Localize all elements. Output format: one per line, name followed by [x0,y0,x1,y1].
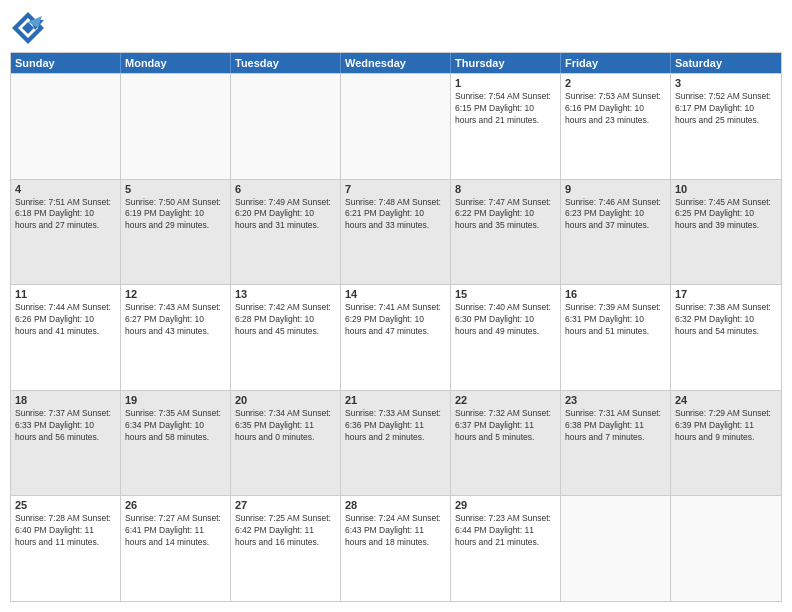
empty-cell-4-6 [671,496,781,601]
day-cell-25: 25Sunrise: 7:28 AM Sunset: 6:40 PM Dayli… [11,496,121,601]
day-cell-20: 20Sunrise: 7:34 AM Sunset: 6:35 PM Dayli… [231,391,341,496]
cell-info: Sunrise: 7:31 AM Sunset: 6:38 PM Dayligh… [565,408,666,444]
cell-info: Sunrise: 7:52 AM Sunset: 6:17 PM Dayligh… [675,91,777,127]
day-number: 12 [125,288,226,300]
cell-info: Sunrise: 7:41 AM Sunset: 6:29 PM Dayligh… [345,302,446,338]
day-cell-17: 17Sunrise: 7:38 AM Sunset: 6:32 PM Dayli… [671,285,781,390]
day-number: 22 [455,394,556,406]
day-cell-18: 18Sunrise: 7:37 AM Sunset: 6:33 PM Dayli… [11,391,121,496]
day-number: 15 [455,288,556,300]
day-cell-22: 22Sunrise: 7:32 AM Sunset: 6:37 PM Dayli… [451,391,561,496]
cell-info: Sunrise: 7:43 AM Sunset: 6:27 PM Dayligh… [125,302,226,338]
cell-info: Sunrise: 7:51 AM Sunset: 6:18 PM Dayligh… [15,197,116,233]
cell-info: Sunrise: 7:42 AM Sunset: 6:28 PM Dayligh… [235,302,336,338]
cell-info: Sunrise: 7:53 AM Sunset: 6:16 PM Dayligh… [565,91,666,127]
day-cell-3: 3Sunrise: 7:52 AM Sunset: 6:17 PM Daylig… [671,74,781,179]
day-cell-1: 1Sunrise: 7:54 AM Sunset: 6:15 PM Daylig… [451,74,561,179]
day-number: 20 [235,394,336,406]
logo-icon [10,10,46,46]
day-number: 4 [15,183,116,195]
day-number: 9 [565,183,666,195]
cell-info: Sunrise: 7:37 AM Sunset: 6:33 PM Dayligh… [15,408,116,444]
day-number: 7 [345,183,446,195]
day-cell-26: 26Sunrise: 7:27 AM Sunset: 6:41 PM Dayli… [121,496,231,601]
day-cell-10: 10Sunrise: 7:45 AM Sunset: 6:25 PM Dayli… [671,180,781,285]
day-number: 27 [235,499,336,511]
day-cell-13: 13Sunrise: 7:42 AM Sunset: 6:28 PM Dayli… [231,285,341,390]
day-number: 19 [125,394,226,406]
day-number: 26 [125,499,226,511]
day-cell-15: 15Sunrise: 7:40 AM Sunset: 6:30 PM Dayli… [451,285,561,390]
cell-info: Sunrise: 7:44 AM Sunset: 6:26 PM Dayligh… [15,302,116,338]
cell-info: Sunrise: 7:50 AM Sunset: 6:19 PM Dayligh… [125,197,226,233]
day-cell-7: 7Sunrise: 7:48 AM Sunset: 6:21 PM Daylig… [341,180,451,285]
empty-cell-4-5 [561,496,671,601]
day-cell-8: 8Sunrise: 7:47 AM Sunset: 6:22 PM Daylig… [451,180,561,285]
day-cell-6: 6Sunrise: 7:49 AM Sunset: 6:20 PM Daylig… [231,180,341,285]
logo [10,10,50,46]
day-number: 21 [345,394,446,406]
cell-info: Sunrise: 7:38 AM Sunset: 6:32 PM Dayligh… [675,302,777,338]
day-number: 16 [565,288,666,300]
cell-info: Sunrise: 7:47 AM Sunset: 6:22 PM Dayligh… [455,197,556,233]
day-number: 18 [15,394,116,406]
cell-info: Sunrise: 7:32 AM Sunset: 6:37 PM Dayligh… [455,408,556,444]
cell-info: Sunrise: 7:45 AM Sunset: 6:25 PM Dayligh… [675,197,777,233]
cell-info: Sunrise: 7:46 AM Sunset: 6:23 PM Dayligh… [565,197,666,233]
day-cell-23: 23Sunrise: 7:31 AM Sunset: 6:38 PM Dayli… [561,391,671,496]
header-day-thursday: Thursday [451,53,561,73]
calendar-row-1: 4Sunrise: 7:51 AM Sunset: 6:18 PM Daylig… [11,179,781,285]
cell-info: Sunrise: 7:27 AM Sunset: 6:41 PM Dayligh… [125,513,226,549]
day-number: 14 [345,288,446,300]
day-number: 2 [565,77,666,89]
cell-info: Sunrise: 7:34 AM Sunset: 6:35 PM Dayligh… [235,408,336,444]
day-number: 25 [15,499,116,511]
cell-info: Sunrise: 7:39 AM Sunset: 6:31 PM Dayligh… [565,302,666,338]
day-cell-21: 21Sunrise: 7:33 AM Sunset: 6:36 PM Dayli… [341,391,451,496]
day-number: 17 [675,288,777,300]
day-number: 23 [565,394,666,406]
day-cell-12: 12Sunrise: 7:43 AM Sunset: 6:27 PM Dayli… [121,285,231,390]
cell-info: Sunrise: 7:28 AM Sunset: 6:40 PM Dayligh… [15,513,116,549]
calendar-row-4: 25Sunrise: 7:28 AM Sunset: 6:40 PM Dayli… [11,495,781,601]
day-cell-9: 9Sunrise: 7:46 AM Sunset: 6:23 PM Daylig… [561,180,671,285]
day-number: 11 [15,288,116,300]
empty-cell-0-3 [341,74,451,179]
day-cell-24: 24Sunrise: 7:29 AM Sunset: 6:39 PM Dayli… [671,391,781,496]
day-cell-11: 11Sunrise: 7:44 AM Sunset: 6:26 PM Dayli… [11,285,121,390]
header-day-tuesday: Tuesday [231,53,341,73]
day-number: 8 [455,183,556,195]
day-number: 29 [455,499,556,511]
calendar: SundayMondayTuesdayWednesdayThursdayFrid… [10,52,782,602]
day-cell-19: 19Sunrise: 7:35 AM Sunset: 6:34 PM Dayli… [121,391,231,496]
day-number: 6 [235,183,336,195]
cell-info: Sunrise: 7:25 AM Sunset: 6:42 PM Dayligh… [235,513,336,549]
header-day-sunday: Sunday [11,53,121,73]
page: SundayMondayTuesdayWednesdayThursdayFrid… [0,0,792,612]
header-day-saturday: Saturday [671,53,781,73]
calendar-row-3: 18Sunrise: 7:37 AM Sunset: 6:33 PM Dayli… [11,390,781,496]
cell-info: Sunrise: 7:24 AM Sunset: 6:43 PM Dayligh… [345,513,446,549]
calendar-row-0: 1Sunrise: 7:54 AM Sunset: 6:15 PM Daylig… [11,73,781,179]
day-cell-4: 4Sunrise: 7:51 AM Sunset: 6:18 PM Daylig… [11,180,121,285]
day-cell-14: 14Sunrise: 7:41 AM Sunset: 6:29 PM Dayli… [341,285,451,390]
cell-info: Sunrise: 7:40 AM Sunset: 6:30 PM Dayligh… [455,302,556,338]
day-number: 13 [235,288,336,300]
day-cell-5: 5Sunrise: 7:50 AM Sunset: 6:19 PM Daylig… [121,180,231,285]
day-cell-27: 27Sunrise: 7:25 AM Sunset: 6:42 PM Dayli… [231,496,341,601]
day-cell-2: 2Sunrise: 7:53 AM Sunset: 6:16 PM Daylig… [561,74,671,179]
day-cell-28: 28Sunrise: 7:24 AM Sunset: 6:43 PM Dayli… [341,496,451,601]
cell-info: Sunrise: 7:49 AM Sunset: 6:20 PM Dayligh… [235,197,336,233]
header [10,10,782,46]
day-number: 3 [675,77,777,89]
header-day-monday: Monday [121,53,231,73]
header-day-friday: Friday [561,53,671,73]
cell-info: Sunrise: 7:33 AM Sunset: 6:36 PM Dayligh… [345,408,446,444]
calendar-header: SundayMondayTuesdayWednesdayThursdayFrid… [11,53,781,73]
day-number: 24 [675,394,777,406]
empty-cell-0-1 [121,74,231,179]
calendar-row-2: 11Sunrise: 7:44 AM Sunset: 6:26 PM Dayli… [11,284,781,390]
cell-info: Sunrise: 7:48 AM Sunset: 6:21 PM Dayligh… [345,197,446,233]
cell-info: Sunrise: 7:23 AM Sunset: 6:44 PM Dayligh… [455,513,556,549]
day-number: 10 [675,183,777,195]
